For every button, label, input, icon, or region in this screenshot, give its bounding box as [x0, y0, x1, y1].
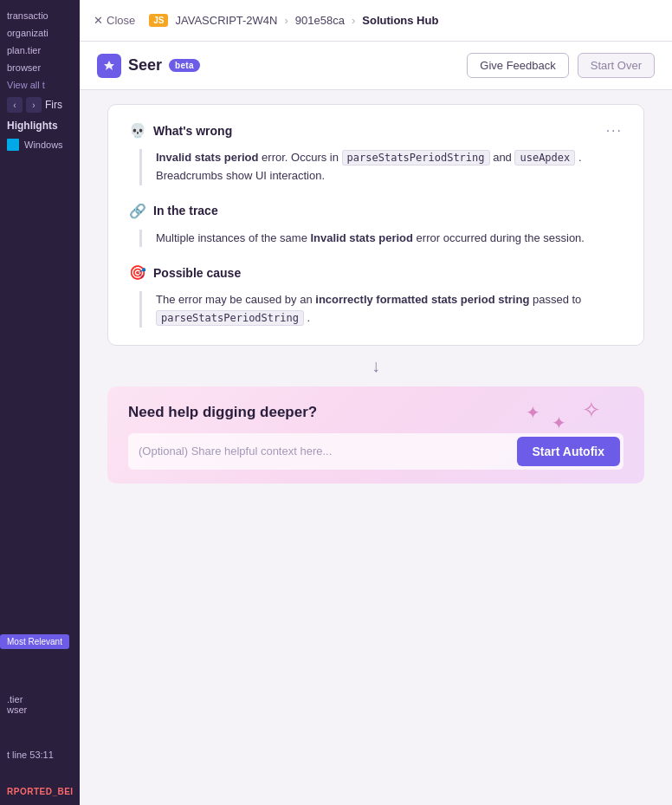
breadcrumb-current-page: Solutions Hub	[362, 14, 438, 27]
possible-cause-text1: The error may be caused by an	[156, 293, 315, 306]
sidebar-bottom: .tier wser	[0, 691, 80, 718]
possible-cause-title: Possible cause	[153, 266, 623, 280]
highlights-label: Highlights	[0, 116, 80, 135]
sidebar-view-all[interactable]: View all t	[0, 76, 80, 94]
help-box: Need help digging deeper? ✦ ✦ ✧ Start Au…	[107, 386, 644, 484]
more-options-button[interactable]: ···	[606, 123, 623, 139]
possible-cause-text2: passed to	[533, 293, 581, 306]
sidebar-nav-label: Firs	[45, 99, 62, 111]
in-trace-header: 🔗 In the trace	[129, 203, 623, 219]
trace-icon: 🔗	[129, 203, 146, 219]
sidebar-item-organization: organizati	[0, 24, 80, 42]
whats-wrong-code1: parseStatsPeriodString	[342, 150, 490, 166]
breadcrumb-sep-1: ›	[284, 14, 288, 27]
context-input[interactable]	[139, 439, 510, 463]
whats-wrong-bold: Invalid stats period	[156, 151, 258, 164]
possible-cause-body: The error may be caused by an incorrectl…	[139, 291, 623, 328]
close-button[interactable]: ✕ Close	[94, 14, 135, 27]
in-trace-bold: Invalid stats period	[310, 231, 412, 244]
breadcrumb-sep-2: ›	[352, 14, 355, 27]
seer-logo: Seer beta	[97, 54, 200, 78]
in-trace-title: In the trace	[153, 204, 623, 217]
close-label: Close	[107, 14, 135, 27]
breadcrumb-commit[interactable]: 901e58ca	[295, 14, 345, 27]
sidebar-item-browser: browser	[0, 59, 80, 76]
whats-wrong-header: 💀 What's wrong ···	[129, 122, 623, 139]
start-autofix-button[interactable]: Start Autofix	[517, 437, 620, 466]
sidebar-windows-item: Windows	[0, 135, 80, 154]
sparkle-icon-1: ✦	[526, 402, 540, 423]
whats-wrong-body: Invalid stats period error. Occurs in pa…	[139, 149, 623, 185]
target-icon: 🎯	[129, 264, 146, 281]
in-trace-text2: error occurred during the session.	[417, 231, 585, 244]
whats-wrong-title: What's wrong	[153, 124, 599, 138]
sparkle-icon-2: ✦	[552, 412, 566, 433]
line-info: t line 53:11	[7, 750, 54, 760]
nav-forward-button[interactable]: ›	[26, 97, 42, 113]
possible-cause-header: 🎯 Possible cause	[129, 264, 623, 281]
in-trace-text1: Multiple instances of the same	[156, 231, 310, 244]
skull-icon: 💀	[129, 122, 146, 139]
whats-wrong-and: and	[493, 151, 514, 164]
header-actions: Give Feedback Start Over	[467, 53, 655, 78]
windows-icon	[7, 139, 19, 151]
whats-wrong-text1: error. Occurs in	[262, 151, 341, 164]
analysis-card: 💀 What's wrong ··· Invalid stats period …	[107, 104, 644, 346]
input-row: Start Autofix	[128, 433, 624, 470]
help-title: Need help digging deeper?	[128, 404, 624, 421]
start-over-button[interactable]: Start Over	[578, 53, 655, 78]
beta-badge: beta	[169, 59, 200, 72]
close-icon: ✕	[94, 14, 103, 27]
seer-icon	[97, 54, 121, 78]
nav-back-button[interactable]: ‹	[7, 97, 23, 113]
possible-cause-bold: incorrectly formatted stats period strin…	[315, 293, 529, 306]
sidebar-nav: ‹ › Firs	[0, 94, 80, 116]
js-badge: JS	[149, 14, 168, 27]
windows-label: Windows	[24, 140, 63, 150]
give-feedback-button[interactable]: Give Feedback	[467, 53, 568, 78]
breadcrumb-bar: ✕ Close JS JAVASCRIPT-2W4N › 901e58ca › …	[80, 0, 672, 42]
error-badge: RPORTED_BEI	[7, 787, 74, 796]
svg-marker-0	[104, 61, 114, 70]
sidebar-tier: .tier	[7, 694, 73, 704]
content-area: 💀 What's wrong ··· Invalid stats period …	[80, 90, 672, 805]
sidebar-item-plan: plan.tier	[0, 42, 80, 59]
header-bar: Seer beta Give Feedback Start Over	[80, 42, 672, 90]
whats-wrong-code2: useApdex	[514, 150, 575, 166]
down-arrow: ↓	[372, 356, 380, 376]
sidebar-content: transactio organizati plan.tier browser …	[0, 0, 80, 161]
sparkle-icon-3: ✧	[582, 397, 601, 424]
most-relevant-badge[interactable]: Most Relevant	[0, 634, 69, 649]
in-trace-body: Multiple instances of the same Invalid s…	[139, 230, 623, 248]
app-name: Seer	[128, 56, 162, 75]
possible-cause-text3: .	[307, 311, 311, 324]
possible-cause-code: parseStatsPeriodString	[156, 310, 304, 326]
sidebar-item-transaction: transactio	[0, 7, 80, 24]
main-panel: ✕ Close JS JAVASCRIPT-2W4N › 901e58ca › …	[80, 0, 672, 805]
sidebar-wser: wser	[7, 704, 73, 715]
breadcrumb-issue-id[interactable]: JAVASCRIPT-2W4N	[175, 14, 277, 27]
sidebar: transactio organizati plan.tier browser …	[0, 0, 80, 805]
